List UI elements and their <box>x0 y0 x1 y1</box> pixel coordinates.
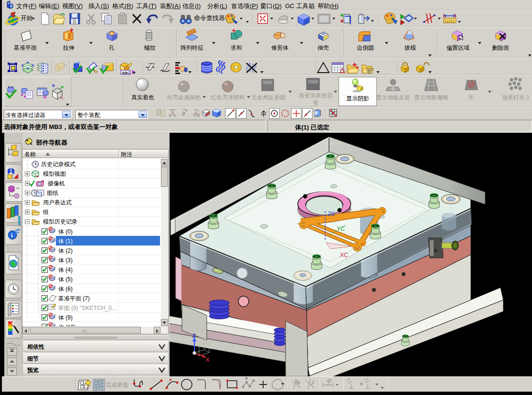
svg-text:体 (10): 体 (10) <box>58 324 76 326</box>
svg-text:XC: XC <box>340 252 348 258</box>
svg-text:体 (0): 体 (0) <box>58 228 73 235</box>
svg-text:体 (3): 体 (3) <box>58 257 73 264</box>
svg-text:Z: Z <box>192 333 196 339</box>
svg-text:体 (4): 体 (4) <box>58 267 73 273</box>
svg-text:X: X <box>206 357 210 363</box>
svg-text:ABC: ABC <box>122 71 130 75</box>
svg-text:体 (2): 体 (2) <box>58 247 73 254</box>
svg-text:命令查找器: 命令查找器 <box>194 14 225 21</box>
svg-text:i: i <box>11 232 13 239</box>
svg-text:开始: 开始 <box>21 14 33 21</box>
svg-text:YC: YC <box>337 225 345 232</box>
svg-text:体 (9): 体 (9) <box>58 314 73 321</box>
svg-text:体 (6): 体 (6) <box>58 286 73 292</box>
svg-text:体 (1): 体 (1) <box>58 238 73 245</box>
svg-text:基准平面 (7): 基准平面 (7) <box>58 295 90 302</box>
svg-text:体 (5): 体 (5) <box>58 276 73 283</box>
svg-text:完成草图: 完成草图 <box>106 382 128 388</box>
svg-text:ZC: ZC <box>328 211 335 217</box>
svg-text:草图 (8) "SKETCH_0...: 草图 (8) "SKETCH_0... <box>58 305 117 311</box>
